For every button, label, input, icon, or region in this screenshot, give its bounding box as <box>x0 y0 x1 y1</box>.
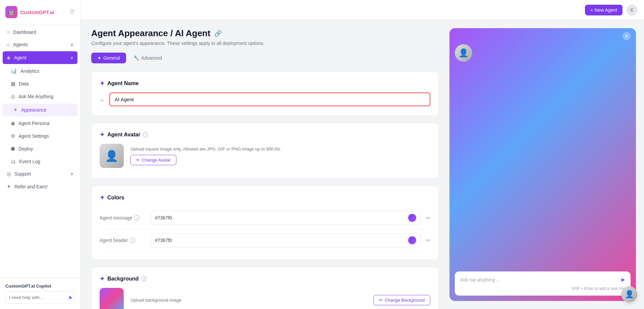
sidebar-item-agent-persona[interactable]: ◉ Agent Persona <box>0 117 80 130</box>
sidebar-item-event-log[interactable]: 🗂 Event Log <box>0 155 80 168</box>
chat-input-placeholder-text[interactable]: Ask me anything ... <box>460 277 620 283</box>
change-background-button[interactable]: ✏ Change Background <box>373 295 430 305</box>
agents-icon: ⌂ <box>7 42 10 47</box>
bg-edit-icon: ✏ <box>379 298 383 303</box>
tabs: ✦ General 🔧 Advanced <box>91 53 439 63</box>
agent-chevron-icon: ∨ <box>70 55 73 60</box>
tab-general[interactable]: ✦ General <box>91 53 126 63</box>
background-preview <box>100 288 124 309</box>
sidebar-item-agents[interactable]: ⌂ Agents ∨ <box>0 38 80 51</box>
tab-advanced[interactable]: 🔧 Advanced <box>127 53 168 63</box>
background-upload-text: Upload background image <box>130 298 367 303</box>
data-icon: ▦ <box>11 81 15 87</box>
background-info-icon[interactable]: i <box>141 276 147 282</box>
preview-panel: × 👤 Ask me anything ... ➤ Shift + Enter … <box>449 20 644 309</box>
sidebar-item-support[interactable]: ◎ Support ∨ <box>0 168 80 180</box>
settings-icon: ⚙ <box>11 133 15 139</box>
logo-icon: 🤖 <box>5 6 17 18</box>
agent-name-section-icon: ✦ <box>100 80 105 87</box>
share-icon[interactable]: 🔗 <box>214 30 222 37</box>
agent-header-label: Agent header i <box>100 238 147 243</box>
colors-title: ✦ Colors <box>100 194 430 201</box>
agent-message-color-swatch[interactable] <box>408 214 416 222</box>
agents-chevron-icon: ∨ <box>70 42 73 47</box>
avatar-upload-row: 👤 Upload square image only. Allowed are … <box>100 144 430 168</box>
agent-header-edit-icon[interactable]: ✏ <box>426 237 430 244</box>
page-subtitle: Configure your agent's appearance. These… <box>91 41 439 46</box>
chat-input-area: Ask me anything ... ➤ Shift + Enter to a… <box>455 271 631 296</box>
sidebar-item-ask-me-anything[interactable]: ◎ Ask Me Anything <box>0 90 80 103</box>
agent-message-info-icon[interactable]: i <box>134 215 140 221</box>
main-content: + New Agent C Agent Appearance / AI Agen… <box>80 0 644 309</box>
support-chevron-icon: ∨ <box>70 172 73 176</box>
agent-name-title: ✦ Agent Name <box>100 80 430 87</box>
sidebar-item-data[interactable]: ▦ Data <box>0 77 80 90</box>
ask-icon: ◎ <box>11 94 15 100</box>
sidebar-logo: 🤖 CustomGPT.ai ⏱ <box>0 0 80 24</box>
floating-user-avatar[interactable]: 👤 <box>621 286 637 302</box>
chat-close-button[interactable]: × <box>623 32 631 40</box>
agent-message-color-input[interactable]: #7367f0 <box>151 211 421 225</box>
avatar-preview: 👤 <box>100 144 124 168</box>
persona-icon: ◉ <box>11 120 15 126</box>
agent-icon: ◈ <box>7 55 11 61</box>
advanced-tab-icon: 🔧 <box>133 55 139 61</box>
colors-rows: Agent message i #7367f0 ✏ Agent header i <box>100 207 430 252</box>
sidebar-item-deploy[interactable]: ⬢ Deploy <box>0 142 80 155</box>
avatar-info-icon[interactable]: i <box>143 132 148 137</box>
sidebar-item-appearance[interactable]: ✦ Appearance <box>3 104 77 116</box>
agent-avatar-title: ✦ Agent Avatar i <box>100 131 430 138</box>
avatar-upload-info: Upload square image only. Allowed are JP… <box>130 146 430 165</box>
agent-header-color-swatch[interactable] <box>408 236 416 244</box>
page-body: Agent Appearance / AI Agent 🔗 Configure … <box>80 20 644 309</box>
arrow-indicator: → <box>100 98 104 103</box>
eventlog-icon: 🗂 <box>11 159 16 164</box>
chat-hint: Shift + Enter to add a new line <box>460 286 625 291</box>
copilot-send-icon[interactable]: ➤ <box>68 294 72 301</box>
chat-agent-avatar-img: 👤 <box>455 44 472 62</box>
sidebar: 🤖 CustomGPT.ai ⏱ ○ Dashboard ⌂ Agents ∨ … <box>0 0 80 309</box>
page-title: Agent Appearance / AI Agent <box>91 28 210 39</box>
sidebar-item-agent[interactable]: ◈ Agent ∨ <box>3 51 77 64</box>
agent-name-row: → <box>100 92 430 108</box>
agent-message-color-row: Agent message i #7367f0 ✏ <box>100 207 430 229</box>
general-tab-icon: ✦ <box>97 55 101 61</box>
analytics-icon: 📊 <box>11 68 17 74</box>
agent-header-color-row: Agent header i #7367f0 ✏ <box>100 229 430 252</box>
chat-preview-header: × <box>449 28 636 44</box>
new-agent-button[interactable]: + New Agent <box>585 5 623 15</box>
page-header: Agent Appearance / AI Agent 🔗 <box>91 28 439 39</box>
agent-header-color-input[interactable]: #7367f0 <box>151 233 421 247</box>
background-section: ✦ Background i Upload background image ✏… <box>91 267 439 309</box>
chat-preview: × 👤 Ask me anything ... ➤ Shift + Enter … <box>449 28 636 301</box>
topbar: + New Agent C <box>80 0 644 20</box>
agent-avatar-section: ✦ Agent Avatar i 👤 Upload square image o… <box>91 123 439 179</box>
user-avatar[interactable]: C <box>627 5 637 15</box>
nav-section-main: ○ Dashboard ⌂ Agents ∨ ◈ Agent ∨ 📊 Analy… <box>0 24 80 194</box>
colors-section-icon: ✦ <box>100 194 105 201</box>
support-icon: ◎ <box>7 171 11 177</box>
agent-header-info-icon[interactable]: i <box>130 238 135 243</box>
sidebar-item-dashboard[interactable]: ○ Dashboard <box>0 26 80 38</box>
appearance-icon: ✦ <box>13 107 18 113</box>
copilot-input[interactable] <box>9 295 65 300</box>
sidebar-item-agent-settings[interactable]: ⚙ Agent Settings <box>0 130 80 142</box>
chat-send-icon[interactable]: ➤ <box>620 276 625 284</box>
background-upload-row: Upload background image ✏ Change Backgro… <box>100 288 430 309</box>
chat-input-row: Ask me anything ... ➤ <box>460 276 625 284</box>
edit-icon: ✏ <box>136 158 140 163</box>
agent-message-edit-icon[interactable]: ✏ <box>426 215 430 221</box>
agent-avatar-section-icon: ✦ <box>100 131 105 138</box>
copilot-title: CustomGPT.ai Copilot <box>5 284 75 289</box>
logo-text: CustomGPT.ai <box>20 9 54 15</box>
change-avatar-button[interactable]: ✏ Change Avatar <box>130 155 176 165</box>
avatar-upload-text: Upload square image only. Allowed are JP… <box>130 146 430 151</box>
background-section-icon: ✦ <box>100 275 105 283</box>
deploy-icon: ⬢ <box>11 146 15 152</box>
avatar-image: 👤 <box>100 144 124 168</box>
agent-name-section: ✦ Agent Name → <box>91 71 439 116</box>
agent-name-input[interactable] <box>109 92 430 106</box>
sidebar-item-refer[interactable]: ✦ Refer and Earn! <box>0 180 80 193</box>
sidebar-clock-icon[interactable]: ⏱ <box>69 9 75 15</box>
sidebar-item-analytics[interactable]: 📊 Analytics <box>0 65 80 77</box>
